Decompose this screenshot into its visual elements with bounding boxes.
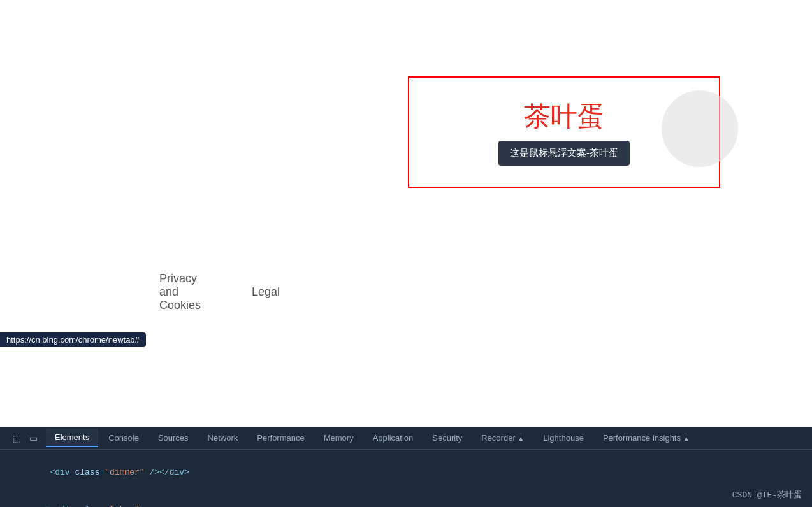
url-status-bar: https://cn.bing.com/chrome/newtab#	[0, 332, 146, 347]
devtools-panel: ⬚ ▭ Elements Console Sources Network Per…	[0, 427, 812, 507]
code-line-1: <div class="dimmer" /></div>	[10, 453, 802, 491]
tab-performance-insights[interactable]: Performance insights	[594, 429, 699, 446]
tab-console[interactable]: Console	[99, 429, 148, 446]
tab-sources[interactable]: Sources	[149, 429, 198, 446]
page-chinese-title: 茶叶蛋	[524, 99, 604, 134]
tab-recorder[interactable]: Recorder	[472, 429, 533, 446]
tab-performance[interactable]: Performance	[248, 429, 313, 446]
highlighted-element-box: 茶叶蛋 这是鼠标悬浮文案-茶叶蛋	[408, 76, 720, 188]
hover-tooltip: 这是鼠标悬浮文案-茶叶蛋	[498, 141, 630, 166]
privacy-cookies-link[interactable]: Privacy and Cookies	[159, 272, 201, 312]
tab-memory[interactable]: Memory	[315, 429, 363, 446]
device-icon[interactable]: ▭	[27, 432, 40, 445]
code-line-2: ▼ <div class="sbox">	[10, 491, 802, 508]
devtools-left-icons: ⬚ ▭	[5, 432, 45, 445]
devtools-tabs-bar: ⬚ ▭ Elements Console Sources Network Per…	[0, 427, 812, 450]
tab-lighthouse[interactable]: Lighthouse	[534, 429, 593, 446]
tab-elements[interactable]: Elements	[46, 429, 98, 447]
page-content: 茶叶蛋 这是鼠标悬浮文案-茶叶蛋 Privacy and Cookies Leg…	[0, 0, 812, 427]
inspect-icon[interactable]: ⬚	[10, 432, 23, 445]
csdn-watermark: CSDN @TE-茶叶蛋	[732, 489, 802, 501]
legal-link[interactable]: Legal	[252, 285, 280, 299]
decorative-circle	[662, 90, 738, 167]
tab-network[interactable]: Network	[199, 429, 247, 446]
tab-security[interactable]: Security	[423, 429, 471, 446]
footer-links-area: Privacy and Cookies Legal	[0, 259, 408, 325]
browser-content: 茶叶蛋 这是鼠标悬浮文案-茶叶蛋 Privacy and Cookies Leg…	[0, 0, 812, 427]
devtools-code-area: <div class="dimmer" /></div> ▼ <div clas…	[0, 450, 812, 507]
tab-application[interactable]: Application	[364, 429, 423, 446]
